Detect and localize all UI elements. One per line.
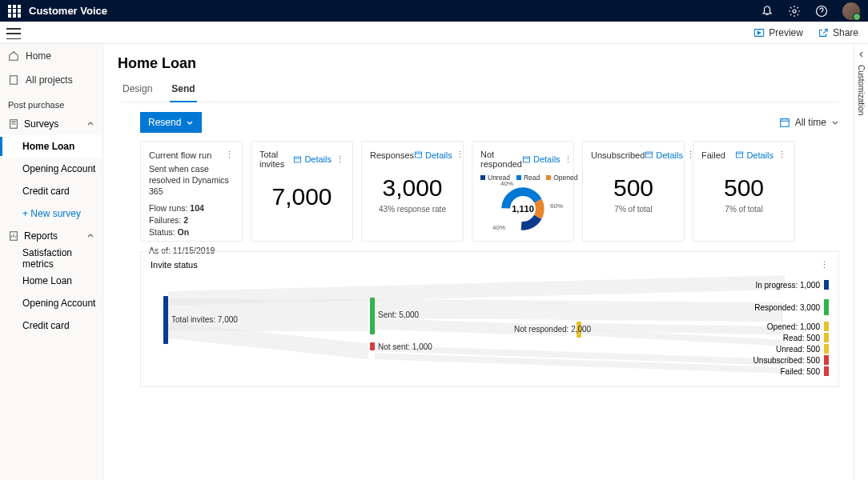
card-flow-desc: Sent when case resolved in Dynamics 365 (149, 163, 234, 198)
more-icon[interactable]: ⋮ (335, 154, 344, 165)
details-link[interactable]: Details (522, 154, 561, 164)
action-bar: Preview Share (0, 22, 868, 44)
sankey-end-read: Read: 500 (783, 333, 829, 342)
sidebar-item-report-credit[interactable]: Credit card (0, 314, 102, 337)
calendar-icon (779, 117, 790, 128)
preview-label: Preview (769, 27, 803, 38)
sankey-end-failed: Failed: 500 (781, 366, 829, 376)
sankey-end-unsubscribed: Unsubscribed: 500 (753, 355, 829, 365)
sidebar-reports-label: Reports (24, 230, 58, 242)
svg-rect-3 (10, 76, 18, 85)
sidebar-all-projects-label: All projects (26, 74, 73, 86)
home-icon (8, 50, 19, 62)
metric-cards: Current flow run ⋮ Sent when case resolv… (118, 141, 839, 242)
projects-icon (8, 74, 19, 86)
card-not-responded: Not responded Details ⋮ Unread Read Open… (472, 141, 574, 242)
card-responses: Responses Details ⋮ 3,000 43% response r… (361, 141, 464, 242)
sankey-not-sent: Not sent: 1,000 (378, 342, 432, 351)
sankey-end-responded: Responded: 3,000 (754, 299, 829, 315)
card-flow-title: Current flow run (149, 150, 224, 160)
more-icon[interactable]: ⋮ (224, 150, 234, 160)
svg-rect-8 (415, 152, 421, 158)
sidebar-item-opening-account[interactable]: Opening Account (0, 158, 102, 180)
details-link[interactable]: Details (645, 150, 683, 160)
donut-legend: Unread Read Opened (480, 174, 565, 182)
customization-rail: Customization (854, 44, 868, 480)
invites-value: 7,000 (259, 183, 344, 210)
details-link[interactable]: Details (735, 150, 774, 160)
sankey-chart: Total invites: 7,000 Sent: 5,000 Not sen… (151, 275, 829, 379)
sidebar-all-projects[interactable]: All projects (0, 68, 102, 92)
menu-icon[interactable] (6, 28, 21, 39)
sidebar: Home All projects Post purchase Surveys … (0, 44, 103, 480)
preview-button[interactable]: Preview (753, 27, 803, 38)
timerange-picker[interactable]: All time (779, 117, 839, 128)
card-failed: Failed Details ⋮ 500 7% of total (693, 141, 795, 242)
sidebar-item-report-home-loan[interactable]: Home Loan (0, 270, 102, 292)
tab-send[interactable]: Send (170, 78, 196, 102)
sidebar-home-label: Home (26, 50, 51, 62)
unsub-sub: 7% of total (591, 205, 676, 214)
invite-status-panel: Invite status ⋮ Total invites: 7,000 Sen… (140, 251, 839, 387)
surveys-icon (8, 118, 19, 130)
svg-rect-6 (780, 119, 789, 127)
more-icon[interactable]: ⋮ (564, 154, 573, 165)
donut-chart: 1,110 40% 40% 60% (497, 183, 549, 234)
resend-button[interactable]: Resend (140, 112, 202, 133)
details-link[interactable]: Details (293, 154, 332, 164)
sidebar-item-credit-card[interactable]: Credit card (0, 180, 102, 202)
details-icon (522, 155, 531, 164)
bell-icon[interactable] (761, 5, 774, 18)
details-icon (293, 155, 302, 164)
chevron-left-icon[interactable] (858, 50, 866, 58)
card-total-invites: Total invites Details ⋮ 7,000 (251, 141, 353, 242)
failed-value: 500 (701, 174, 786, 202)
more-icon[interactable]: ⋮ (777, 150, 786, 160)
page-title: Home Loan (118, 55, 839, 72)
svg-rect-14 (646, 152, 653, 158)
card-flow-run: Current flow run ⋮ Sent when case resolv… (140, 141, 243, 242)
details-icon (414, 150, 423, 159)
help-icon[interactable] (815, 5, 828, 18)
sankey-not-responded: Not responded: 2,000 (514, 325, 591, 334)
sankey-end-opened: Opened: 1,000 (767, 322, 829, 331)
sidebar-surveys[interactable]: Surveys (0, 113, 102, 135)
app-launcher-icon[interactable] (8, 5, 21, 18)
tab-design[interactable]: Design (121, 78, 154, 102)
details-icon (645, 150, 653, 159)
svg-rect-7 (295, 157, 301, 162)
chevron-up-icon (86, 120, 94, 128)
details-link[interactable]: Details (414, 150, 452, 160)
customization-label[interactable]: Customization (857, 65, 866, 115)
chevron-down-icon (831, 118, 839, 126)
invite-status-title: Invite status (151, 260, 198, 270)
chevron-up-icon (86, 232, 94, 240)
share-label: Share (833, 27, 858, 38)
more-icon[interactable]: ⋮ (819, 260, 829, 270)
sankey-end-unread: Unread: 500 (776, 344, 829, 354)
tabs: Design Send (121, 78, 839, 102)
top-bar: Customer Voice (0, 0, 868, 22)
card-unsubscribed: Unsubscribed Details ⋮ 500 7% of total (582, 141, 685, 242)
sidebar-item-home-loan[interactable]: Home Loan (0, 135, 102, 158)
sidebar-section: Post purchase (0, 92, 102, 113)
reports-icon (8, 230, 19, 242)
sidebar-home[interactable]: Home (0, 44, 102, 68)
unsub-value: 500 (591, 174, 676, 202)
more-icon[interactable]: ⋮ (456, 150, 464, 160)
new-survey-link[interactable]: + New survey (0, 202, 102, 225)
avatar[interactable] (842, 2, 860, 20)
responses-value: 3,000 (370, 174, 455, 202)
sidebar-surveys-label: Surveys (24, 118, 58, 130)
sankey-end-inprogress: In progress: 1,000 (755, 280, 829, 290)
gear-icon[interactable] (788, 5, 801, 18)
sidebar-item-report-opening[interactable]: Opening Account (0, 292, 102, 314)
details-icon (735, 150, 744, 159)
sankey-total-invites: Total invites: 7,000 (171, 315, 238, 324)
svg-point-0 (793, 10, 796, 13)
share-button[interactable]: Share (818, 27, 858, 38)
sidebar-item-satisfaction[interactable]: Satisfaction metrics (0, 247, 102, 270)
sidebar-reports[interactable]: Reports (0, 225, 102, 247)
svg-rect-9 (523, 157, 529, 162)
main-content: Home Loan Design Send Resend All time Cu… (103, 44, 854, 480)
